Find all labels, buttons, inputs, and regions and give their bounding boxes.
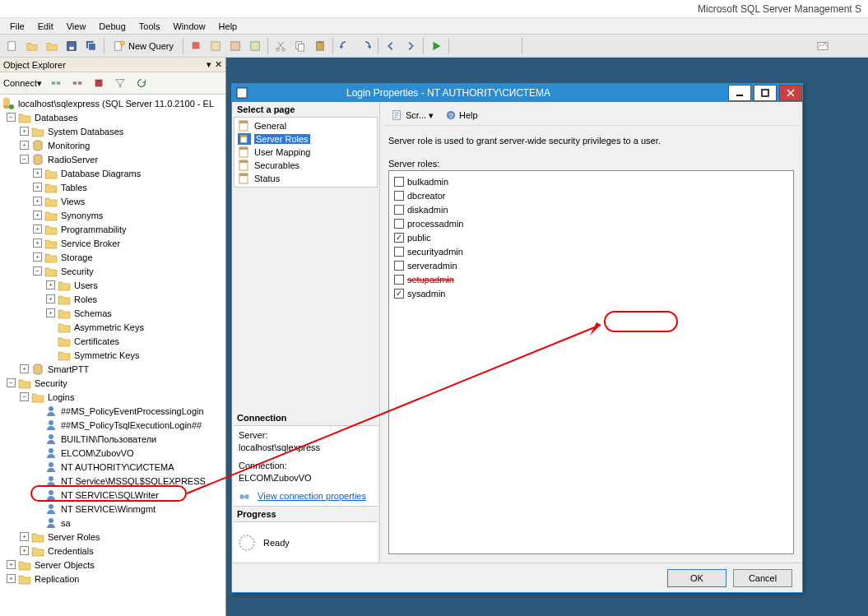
nav-back-icon[interactable] xyxy=(382,37,400,55)
cut-icon[interactable] xyxy=(272,37,290,55)
nav-fwd-icon[interactable] xyxy=(402,37,420,55)
undo-icon[interactable] xyxy=(337,37,355,55)
tree-server-node[interactable]: localhost\sqlexpress (SQL Server 11.0.21… xyxy=(0,96,225,110)
redo-icon[interactable] xyxy=(356,37,374,55)
checkbox[interactable] xyxy=(394,247,404,257)
tree-radioserver-db[interactable]: −RadioServer xyxy=(0,152,225,166)
help-button[interactable]: ?Help xyxy=(442,109,481,122)
close-panel-icon[interactable]: ✕ xyxy=(215,59,222,70)
tree-security[interactable]: −Security xyxy=(0,376,225,390)
tree-sym-keys[interactable]: Symmetric Keys xyxy=(0,348,225,362)
connect-icon[interactable] xyxy=(47,74,65,92)
tree-login-item[interactable]: ##MS_PolicyTsqlExecutionLogin## xyxy=(0,418,225,432)
checkbox[interactable] xyxy=(394,177,404,187)
tree-login-item[interactable]: BUILTIN\Пользователи xyxy=(0,432,225,446)
role-securityadmin[interactable]: securityadmin xyxy=(392,244,790,258)
checkbox[interactable] xyxy=(394,219,404,229)
page-general[interactable]: General xyxy=(234,119,377,132)
tree-system-databases[interactable]: +System Databases xyxy=(0,124,225,138)
tree-monitoring-db[interactable]: +Monitoring xyxy=(0,138,225,152)
tree-asym-keys[interactable]: Asymmetric Keys xyxy=(0,320,225,334)
minimize-button[interactable] xyxy=(728,85,751,101)
role-sysadmin[interactable]: sysadmin xyxy=(392,286,790,300)
tree-diagrams[interactable]: +Database Diagrams xyxy=(0,166,225,180)
dropdown-icon[interactable]: ▾ xyxy=(207,59,211,70)
tree-tables[interactable]: +Tables xyxy=(0,180,225,194)
stop-icon[interactable] xyxy=(90,74,108,92)
activity-monitor-icon[interactable] xyxy=(814,37,832,55)
cancel-button[interactable]: Cancel xyxy=(733,569,792,587)
open-icon[interactable] xyxy=(23,37,41,55)
tree-logins[interactable]: −Logins xyxy=(0,390,225,404)
role-diskadmin[interactable]: diskadmin xyxy=(392,202,790,216)
page-user-mapping[interactable]: User Mapping xyxy=(234,146,377,159)
paste-icon[interactable] xyxy=(311,37,329,55)
tree-replication[interactable]: +Replication xyxy=(0,572,225,586)
disconnect-icon[interactable] xyxy=(68,74,86,92)
save-all-icon[interactable] xyxy=(82,37,100,55)
tree-login-item[interactable]: sa xyxy=(0,516,225,530)
role-dbcreator[interactable]: dbcreator xyxy=(392,188,790,202)
save-icon[interactable] xyxy=(63,37,81,55)
role-setupadmin[interactable]: setupadmin xyxy=(392,272,790,286)
tree-service-broker[interactable]: +Service Broker xyxy=(0,236,225,250)
tree-db-security[interactable]: −Security xyxy=(0,264,225,278)
script-button[interactable]: Scr... ▾ xyxy=(388,109,437,122)
tree-programmability[interactable]: +Programmability xyxy=(0,222,225,236)
role-bulkadmin[interactable]: bulkadmin xyxy=(392,174,790,188)
tree-users[interactable]: +Users xyxy=(0,278,225,292)
maximize-button[interactable] xyxy=(754,85,777,101)
tree-certs[interactable]: Certificates xyxy=(0,334,225,348)
checkbox[interactable] xyxy=(394,205,404,215)
tree-schemas[interactable]: +Schemas xyxy=(0,306,225,320)
new-query-button[interactable]: New Query xyxy=(108,37,179,55)
menu-tools[interactable]: Tools xyxy=(132,20,167,33)
close-button[interactable] xyxy=(779,85,802,101)
tree-views[interactable]: +Views xyxy=(0,194,225,208)
page-status[interactable]: Status xyxy=(234,172,377,185)
dmx-query-icon[interactable] xyxy=(226,37,244,55)
filter-icon[interactable] xyxy=(111,74,129,92)
checkbox[interactable] xyxy=(394,289,404,299)
tree-credentials[interactable]: +Credentials xyxy=(0,544,225,558)
tree-server-roles[interactable]: +Server Roles xyxy=(0,530,225,544)
tree-smartptt-db[interactable]: +SmartPTT xyxy=(0,362,225,376)
checkbox[interactable] xyxy=(394,233,404,243)
menu-help[interactable]: Help xyxy=(212,20,244,33)
menu-edit[interactable]: Edit xyxy=(31,20,60,33)
tree-login-nt-authority[interactable]: NT AUTHORITY\СИСТЕМА xyxy=(0,460,225,474)
role-public[interactable]: public xyxy=(392,230,790,244)
tree-server-objects[interactable]: +Server Objects xyxy=(0,558,225,572)
mdx-query-icon[interactable] xyxy=(207,37,225,55)
tree-roles[interactable]: +Roles xyxy=(0,292,225,306)
connect-dropdown[interactable]: Connect▾ xyxy=(3,78,42,89)
checkbox[interactable] xyxy=(394,191,404,201)
tree-login-item[interactable]: ELCOM\ZubovVO xyxy=(0,446,225,460)
refresh-icon[interactable] xyxy=(132,74,151,92)
object-explorer-tree[interactable]: localhost\sqlexpress (SQL Server 11.0.21… xyxy=(0,95,225,616)
tree-login-item[interactable]: NT SERVICE\Winmgmt xyxy=(0,502,225,516)
menu-window[interactable]: Window xyxy=(166,20,211,33)
tree-databases[interactable]: −Databases xyxy=(0,110,225,124)
open-file-icon[interactable] xyxy=(43,37,61,55)
tree-login-item[interactable]: NT Service\MSSQL$SQLEXPRESS xyxy=(0,474,225,488)
page-securables[interactable]: Securables xyxy=(234,159,377,172)
db-engine-query-icon[interactable] xyxy=(187,37,205,55)
view-connection-properties-link[interactable]: View connection properties xyxy=(239,490,373,503)
menu-view[interactable]: View xyxy=(60,20,93,33)
role-processadmin[interactable]: processadmin xyxy=(392,216,790,230)
tree-storage[interactable]: +Storage xyxy=(0,250,225,264)
page-server-roles[interactable]: Server Roles xyxy=(234,132,377,146)
new-project-icon[interactable] xyxy=(3,37,21,55)
execute-icon[interactable] xyxy=(427,37,445,55)
tree-synonyms[interactable]: +Synonyms xyxy=(0,208,225,222)
tree-login-item[interactable]: NT SERVICE\SQLWriter xyxy=(0,488,225,502)
role-serveradmin[interactable]: serveradmin xyxy=(392,258,790,272)
checkbox[interactable] xyxy=(394,275,404,285)
ok-button[interactable]: OK xyxy=(667,569,726,587)
tree-login-item[interactable]: ##MS_PolicyEventProcessingLogin xyxy=(0,404,225,418)
dialog-titlebar[interactable]: Login Properties - NT AUTHORITY\СИСТЕМА xyxy=(232,84,802,102)
checkbox[interactable] xyxy=(394,261,404,271)
copy-icon[interactable] xyxy=(291,37,309,55)
menu-debug[interactable]: Debug xyxy=(92,20,132,33)
